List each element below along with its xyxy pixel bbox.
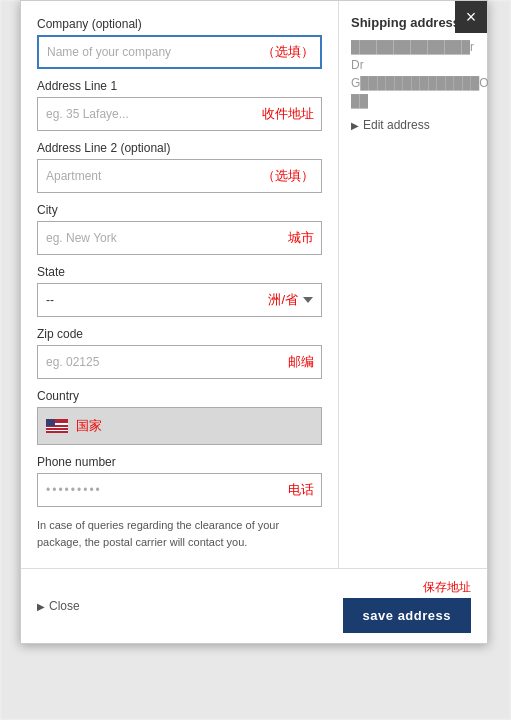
shipping-address-panel: Shipping address ██████████████r Dr G███… <box>339 1 487 568</box>
country-row[interactable]: 国家 <box>37 407 322 445</box>
modal-body: Company (optional) （选填） Address Line 1 收… <box>21 1 487 568</box>
address2-label: Address Line 2 (optional) <box>37 141 322 155</box>
state-select-wrapper: -- 洲/省 <box>37 283 322 317</box>
modal-footer: ▶ Close 保存地址 save address <box>21 568 487 643</box>
zip-input-wrapper: 邮编 <box>37 345 322 379</box>
close-link[interactable]: ▶ Close <box>37 599 80 613</box>
state-field-group: State -- 洲/省 <box>37 265 322 317</box>
country-hint: 国家 <box>76 417 102 435</box>
address-form: Company (optional) （选填） Address Line 1 收… <box>21 1 339 568</box>
city-label: City <box>37 203 322 217</box>
close-icon: × <box>466 7 477 28</box>
save-hint: 保存地址 <box>423 579 471 596</box>
chevron-down-icon: ▶ <box>37 601 45 612</box>
phone-label: Phone number <box>37 455 322 469</box>
shipping-line2: G██████████████O <box>351 74 475 92</box>
address2-input-wrapper: （选填） <box>37 159 322 193</box>
phone-field-group: Phone number 电话 <box>37 455 322 507</box>
city-input[interactable] <box>37 221 322 255</box>
address1-label: Address Line 1 <box>37 79 322 93</box>
shipping-line3: ██ <box>351 92 475 110</box>
zip-input[interactable] <box>37 345 322 379</box>
city-field-group: City 城市 <box>37 203 322 255</box>
phone-input-wrapper: 电话 <box>37 473 322 507</box>
country-field-group: Country 国家 <box>37 389 322 445</box>
address1-input-wrapper: 收件地址 <box>37 97 322 131</box>
address2-field-group: Address Line 2 (optional) （选填） <box>37 141 322 193</box>
country-flag-icon <box>46 419 68 433</box>
address2-input[interactable] <box>37 159 322 193</box>
edit-address-label: Edit address <box>363 118 430 132</box>
zip-field-group: Zip code 邮编 <box>37 327 322 379</box>
phone-info-text: In case of queries regarding the clearan… <box>37 517 322 550</box>
shipping-address-lines: ██████████████r Dr G██████████████O ██ <box>351 38 475 110</box>
shipping-line1: ██████████████r Dr <box>351 38 475 74</box>
city-input-wrapper: 城市 <box>37 221 322 255</box>
save-section: 保存地址 save address <box>343 579 471 633</box>
state-label: State <box>37 265 322 279</box>
state-select[interactable]: -- <box>37 283 322 317</box>
edit-address-link[interactable]: ▶ Edit address <box>351 118 475 132</box>
page-wrapper: × Company (optional) （选填） Address Line 1 <box>0 0 511 720</box>
zip-label: Zip code <box>37 327 322 341</box>
country-label: Country <box>37 389 322 403</box>
save-address-button[interactable]: save address <box>343 598 471 633</box>
chevron-right-icon: ▶ <box>351 120 359 131</box>
company-input-wrapper: （选填） <box>37 35 322 69</box>
address1-input[interactable] <box>37 97 322 131</box>
modal-close-button[interactable]: × <box>455 1 487 33</box>
address-modal: × Company (optional) （选填） Address Line 1 <box>20 0 488 644</box>
company-label: Company (optional) <box>37 17 322 31</box>
address1-field-group: Address Line 1 收件地址 <box>37 79 322 131</box>
company-field-group: Company (optional) （选填） <box>37 17 322 69</box>
company-input[interactable] <box>37 35 322 69</box>
close-link-label: Close <box>49 599 80 613</box>
phone-input[interactable] <box>37 473 322 507</box>
